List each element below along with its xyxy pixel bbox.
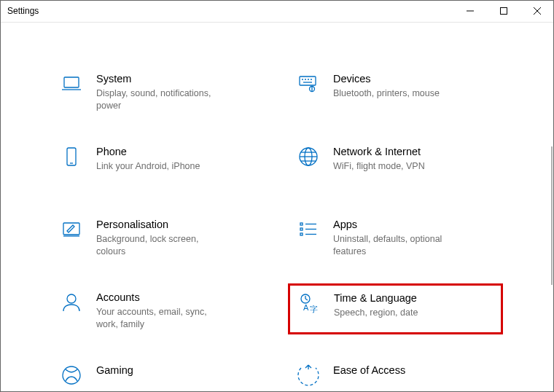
phone-icon: [60, 145, 83, 181]
svg-rect-27: [300, 233, 303, 235]
tile-subtitle: WiFi, flight mode, VPN: [333, 160, 425, 173]
window-title: Settings: [7, 6, 39, 16]
tile-title: Gaming: [96, 364, 133, 377]
svg-text:字: 字: [310, 305, 318, 313]
laptop-icon: [60, 72, 83, 109]
tile-gaming[interactable]: Gaming: [51, 356, 266, 392]
ease-of-access-icon: [297, 364, 320, 392]
xbox-icon: [60, 364, 83, 392]
svg-line-32: [305, 299, 308, 300]
tile-title: Phone: [96, 145, 200, 159]
tile-title: Time & Language: [334, 291, 418, 305]
paint-icon: [60, 218, 83, 254]
svg-rect-21: [63, 223, 79, 235]
window-controls: [453, 0, 554, 22]
tile-title: Apps: [333, 218, 464, 232]
tile-accounts[interactable]: Accounts Your accounts, email, sync, wor…: [51, 283, 266, 334]
svg-point-35: [63, 366, 80, 384]
scrollbar-thumb[interactable]: [551, 146, 553, 285]
tile-subtitle: Uninstall, defaults, optional features: [333, 233, 464, 258]
tile-title: Personalisation: [96, 218, 227, 232]
svg-rect-23: [300, 223, 303, 225]
tile-apps[interactable]: Apps Uninstall, defaults, optional featu…: [288, 211, 503, 262]
keyboard-icon: [297, 72, 320, 109]
tile-subtitle: Bluetooth, printers, mouse: [333, 87, 440, 100]
tile-network[interactable]: Network & Internet WiFi, flight mode, VP…: [288, 138, 503, 189]
tile-time-language[interactable]: A字 Time & Language Speech, region, date: [288, 283, 503, 334]
tile-phone[interactable]: Phone Link your Android, iPhone: [51, 138, 266, 189]
tile-subtitle: Speech, region, date: [334, 307, 418, 319]
person-icon: [60, 291, 83, 327]
settings-grid: System Display, sound, notifications, po…: [51, 23, 503, 392]
time-language-icon: A字: [297, 291, 321, 326]
content-area: System Display, sound, notifications, po…: [0, 23, 554, 392]
tile-title: System: [96, 72, 227, 86]
tile-devices[interactable]: Devices Bluetooth, printers, mouse: [288, 65, 503, 116]
tile-system[interactable]: System Display, sound, notifications, po…: [51, 65, 266, 116]
tile-subtitle: Display, sound, notifications, power: [96, 87, 227, 112]
titlebar: Settings: [0, 0, 554, 23]
svg-rect-6: [300, 77, 316, 85]
tile-title: Network & Internet: [333, 145, 425, 159]
tile-subtitle: Your accounts, email, sync, work, family: [96, 306, 227, 331]
tile-personalisation[interactable]: Personalisation Background, lock screen,…: [51, 211, 266, 262]
maximize-button[interactable]: [487, 0, 520, 22]
apps-list-icon: [297, 218, 320, 254]
svg-rect-25: [300, 228, 303, 230]
svg-point-29: [67, 294, 76, 303]
close-button[interactable]: [520, 0, 554, 22]
tile-title: Devices: [333, 72, 440, 86]
tile-ease-of-access[interactable]: Ease of Access: [288, 356, 503, 392]
tile-subtitle: Background, lock screen, colours: [96, 233, 227, 258]
tile-subtitle: Link your Android, iPhone: [96, 160, 200, 173]
svg-rect-4: [64, 77, 79, 87]
globe-icon: [297, 145, 320, 181]
accent-strip: [388, 0, 423, 1]
tile-title: Ease of Access: [333, 364, 405, 377]
svg-rect-1: [501, 8, 507, 15]
minimize-button[interactable]: [453, 0, 487, 22]
svg-text:A: A: [303, 303, 309, 312]
tile-title: Accounts: [96, 291, 227, 305]
